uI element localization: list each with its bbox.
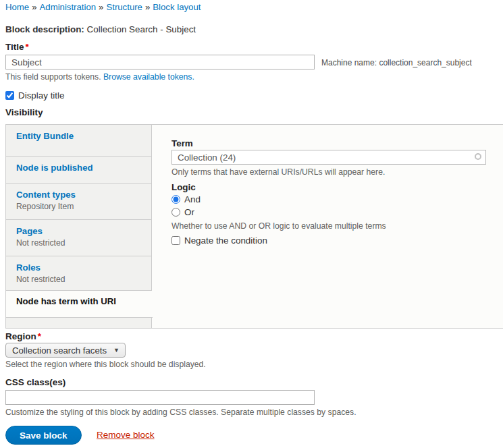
- negate-condition-label: Negate the condition: [184, 235, 267, 246]
- tab-summary: Repository Item: [16, 202, 144, 211]
- tab-roles[interactable]: Roles Not restricted: [6, 256, 151, 291]
- tab-label: Roles: [16, 262, 144, 273]
- logic-and-label: And: [184, 194, 201, 204]
- logic-and-option: And: [171, 194, 201, 204]
- remove-block-link[interactable]: Remove block: [97, 430, 155, 440]
- logic-or-label: Or: [184, 207, 194, 217]
- display-title-label: Display title: [18, 90, 64, 101]
- term-autocomplete-input[interactable]: [171, 150, 486, 165]
- tab-pages[interactable]: Pages Not restricted: [6, 220, 151, 256]
- negate-condition-row: Negate the condition: [171, 235, 267, 246]
- visibility-vertical-tabs: Entity Bundle Node is published Content …: [6, 125, 152, 328]
- region-description: Select the region where this block shoul…: [5, 360, 206, 369]
- visibility-heading: Visibility: [5, 107, 43, 117]
- tab-entity-bundle[interactable]: Entity Bundle: [6, 125, 151, 157]
- visibility-tab-content: Term Only terms that have external URIs/…: [153, 125, 503, 328]
- region-label-text: Region: [5, 331, 36, 341]
- tab-node-has-term-with-uri[interactable]: Node has term with URI: [6, 291, 153, 318]
- title-field-label: Title*: [5, 42, 29, 52]
- breadcrumb-link-home[interactable]: Home: [5, 2, 29, 12]
- display-title-row: Display title: [5, 90, 64, 101]
- tab-label: Entity Bundle: [16, 131, 144, 141]
- css-classes-input[interactable]: [5, 390, 315, 405]
- block-description: Block description: Collection Search - S…: [5, 24, 196, 34]
- tab-node-is-published[interactable]: Node is published: [6, 157, 151, 184]
- term-field-label: Term: [171, 138, 193, 148]
- region-field-label: Region*: [5, 331, 41, 341]
- title-input[interactable]: [5, 55, 315, 69]
- region-select-value: Collection search facets: [12, 345, 107, 356]
- display-title-checkbox[interactable]: [5, 91, 14, 100]
- breadcrumb-link-structure[interactable]: Structure: [106, 2, 142, 12]
- region-select[interactable]: Collection search facets ▼: [5, 343, 126, 358]
- required-asterisk: *: [38, 331, 41, 341]
- breadcrumb-separator: »: [32, 2, 36, 12]
- title-label-text: Title: [5, 42, 24, 52]
- tab-summary: Not restricted: [16, 238, 144, 248]
- breadcrumb-separator: »: [99, 2, 103, 12]
- logic-and-radio[interactable]: [171, 195, 180, 204]
- logic-field-label: Logic: [171, 182, 196, 192]
- tokens-description: This field supports tokens. Browse avail…: [5, 72, 194, 82]
- negate-condition-checkbox[interactable]: [171, 236, 180, 245]
- breadcrumb-link-block-layout[interactable]: Block layout: [153, 2, 201, 12]
- logic-or-radio[interactable]: [171, 208, 180, 217]
- tokens-description-text: This field supports tokens.: [5, 72, 101, 82]
- tab-label: Pages: [16, 226, 144, 236]
- tab-content-types[interactable]: Content types Repository Item: [6, 184, 151, 220]
- breadcrumb-separator: »: [145, 2, 150, 12]
- tab-label: Node is published: [16, 163, 144, 173]
- css-classes-description: Customize the styling of this block by a…: [5, 408, 356, 417]
- term-description: Only terms that have external URIs/URLs …: [171, 167, 385, 177]
- breadcrumb-link-administration[interactable]: Administration: [40, 2, 97, 12]
- browse-tokens-link[interactable]: Browse available tokens.: [103, 72, 194, 82]
- css-classes-label: CSS class(es): [5, 377, 65, 387]
- visibility-panel: Entity Bundle Node is published Content …: [5, 124, 503, 329]
- save-block-button[interactable]: Save block: [5, 426, 82, 445]
- tab-label: Content types: [16, 190, 144, 200]
- autocomplete-throbber-icon: [475, 153, 481, 160]
- term-input-wrapper: [171, 150, 486, 165]
- tab-summary: Not restricted: [16, 275, 144, 284]
- logic-or-option: Or: [171, 207, 194, 217]
- block-description-label: Block description:: [5, 24, 84, 34]
- machine-name-text: Machine name: collection_search_subject: [321, 58, 472, 67]
- breadcrumb: Home»Administration»Structure»Block layo…: [5, 2, 201, 12]
- chevron-down-icon: ▼: [113, 347, 120, 354]
- required-asterisk: *: [26, 42, 29, 52]
- logic-description: Whether to use AND or OR logic to evalua…: [171, 221, 386, 231]
- tab-label: Node has term with URI: [16, 296, 146, 306]
- block-description-value: Collection Search - Subject: [87, 24, 196, 34]
